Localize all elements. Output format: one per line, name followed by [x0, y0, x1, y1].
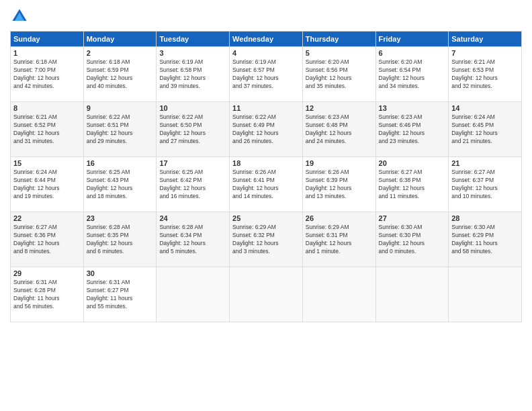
day-number: 17 — [159, 159, 226, 167]
cell-text: Sunrise: 6:29 AM — [232, 224, 300, 232]
calendar-cell: 5Sunrise: 6:20 AMSunset: 6:56 PMDaylight… — [302, 47, 375, 102]
cell-text: Sunset: 6:54 PM — [379, 66, 446, 75]
cell-text: and 40 minutes. — [87, 83, 154, 91]
calendar-cell — [230, 267, 303, 322]
cell-text: Daylight: 12 hours — [306, 240, 373, 248]
calendar-cell: 25Sunrise: 6:29 AMSunset: 6:32 PMDayligh… — [230, 212, 303, 267]
cell-text: Daylight: 12 hours — [13, 130, 81, 138]
calendar-cell: 12Sunrise: 6:23 AMSunset: 6:48 PMDayligh… — [302, 102, 375, 157]
calendar-cell: 7Sunrise: 6:21 AMSunset: 6:53 PMDaylight… — [449, 47, 522, 102]
calendar-cell — [375, 267, 449, 322]
day-number: 16 — [87, 159, 154, 167]
cell-text: Sunset: 6:43 PM — [87, 177, 154, 185]
calendar-cell — [449, 267, 522, 322]
calendar-cell: 14Sunrise: 6:24 AMSunset: 6:45 PMDayligh… — [449, 102, 522, 157]
cell-text: Sunset: 6:48 PM — [306, 122, 373, 130]
cell-text: and 18 minutes. — [87, 193, 154, 201]
cell-text: Daylight: 11 hours — [13, 295, 81, 303]
cell-text: Daylight: 12 hours — [379, 130, 446, 138]
calendar-cell: 20Sunrise: 6:27 AMSunset: 6:38 PMDayligh… — [375, 157, 449, 212]
cell-text: Sunset: 6:32 PM — [232, 232, 300, 240]
cell-text: Sunset: 6:29 PM — [451, 232, 519, 240]
cell-text: Sunset: 6:44 PM — [13, 177, 81, 185]
cell-text: Sunset: 6:46 PM — [379, 122, 446, 130]
header — [10, 7, 522, 26]
cell-text: Sunrise: 6:23 AM — [306, 113, 373, 122]
cell-text: Sunrise: 6:20 AM — [306, 58, 373, 66]
day-number: 27 — [379, 214, 446, 222]
cell-text: and 11 minutes. — [379, 193, 446, 201]
cell-text: Sunset: 6:30 PM — [379, 232, 446, 240]
cell-text: and 55 minutes. — [87, 303, 154, 311]
cell-text: and 5 minutes. — [159, 248, 226, 256]
cell-text: Sunrise: 6:21 AM — [13, 113, 81, 122]
calendar-cell: 29Sunrise: 6:31 AMSunset: 6:28 PMDayligh… — [11, 267, 84, 322]
cell-text: Daylight: 12 hours — [379, 75, 446, 83]
cell-text: Sunset: 6:58 PM — [159, 66, 226, 75]
cell-text: Sunset: 6:50 PM — [159, 122, 226, 130]
col-friday: Friday — [375, 32, 449, 47]
cell-text: and 23 minutes. — [379, 138, 446, 146]
cell-text: and 1 minute. — [306, 248, 373, 256]
day-number: 7 — [451, 49, 519, 57]
cell-text: Sunrise: 6:24 AM — [451, 113, 519, 122]
calendar-cell: 8Sunrise: 6:21 AMSunset: 6:52 PMDaylight… — [11, 102, 84, 157]
day-number: 10 — [159, 104, 226, 112]
col-saturday: Saturday — [449, 32, 522, 47]
calendar-cell: 4Sunrise: 6:19 AMSunset: 6:57 PMDaylight… — [230, 47, 303, 102]
cell-text: Sunset: 6:53 PM — [451, 66, 519, 75]
cell-text: Sunset: 6:42 PM — [159, 177, 226, 185]
cell-text: and 21 minutes. — [451, 138, 519, 146]
cell-text: Sunset: 6:36 PM — [13, 232, 81, 240]
calendar-cell: 30Sunrise: 6:31 AMSunset: 6:27 PMDayligh… — [83, 267, 157, 322]
cell-text: and 34 minutes. — [379, 83, 446, 91]
calendar-cell: 10Sunrise: 6:22 AMSunset: 6:50 PMDayligh… — [157, 102, 230, 157]
cell-text: and 19 minutes. — [13, 193, 81, 201]
cell-text: and 13 minutes. — [306, 193, 373, 201]
cell-text: Daylight: 12 hours — [87, 240, 154, 248]
cell-text: and 3 minutes. — [232, 248, 300, 256]
cell-text: Daylight: 12 hours — [87, 130, 154, 138]
day-number: 28 — [451, 214, 519, 222]
cell-text: Sunset: 6:41 PM — [232, 177, 300, 185]
cell-text: Sunset: 6:38 PM — [379, 177, 446, 185]
cell-text: Daylight: 12 hours — [87, 185, 154, 193]
calendar-cell — [157, 267, 230, 322]
cell-text: Daylight: 12 hours — [306, 185, 373, 193]
calendar-cell: 19Sunrise: 6:26 AMSunset: 6:39 PMDayligh… — [302, 157, 375, 212]
calendar-cell: 9Sunrise: 6:22 AMSunset: 6:51 PMDaylight… — [83, 102, 157, 157]
cell-text: Sunrise: 6:22 AM — [159, 113, 226, 122]
cell-text: Sunset: 6:31 PM — [306, 232, 373, 240]
day-number: 8 — [13, 104, 81, 112]
day-number: 24 — [159, 214, 226, 222]
cell-text: and 14 minutes. — [232, 193, 300, 201]
cell-text: Daylight: 12 hours — [379, 240, 446, 248]
day-number: 20 — [379, 159, 446, 167]
calendar-cell: 1Sunrise: 6:18 AMSunset: 7:00 PMDaylight… — [11, 47, 84, 102]
day-number: 6 — [379, 49, 446, 57]
calendar-cell — [302, 267, 375, 322]
calendar-cell: 2Sunrise: 6:18 AMSunset: 6:59 PMDaylight… — [83, 47, 157, 102]
day-number: 25 — [232, 214, 300, 222]
cell-text: Daylight: 12 hours — [159, 75, 226, 83]
cell-text: Daylight: 12 hours — [159, 240, 226, 248]
cell-text: Sunset: 6:27 PM — [87, 287, 154, 295]
cell-text: Sunset: 6:52 PM — [13, 122, 81, 130]
cell-text: Sunset: 6:28 PM — [13, 287, 81, 295]
col-sunday: Sunday — [11, 32, 84, 47]
cell-text: Sunrise: 6:28 AM — [87, 224, 154, 232]
cell-text: Daylight: 12 hours — [379, 185, 446, 193]
cell-text: and 6 minutes. — [87, 248, 154, 256]
cell-text: Sunset: 6:51 PM — [87, 122, 154, 130]
calendar-cell: 27Sunrise: 6:30 AMSunset: 6:30 PMDayligh… — [375, 212, 449, 267]
cell-text: Daylight: 12 hours — [451, 75, 519, 83]
day-number: 12 — [306, 104, 373, 112]
week-row-2: 8Sunrise: 6:21 AMSunset: 6:52 PMDaylight… — [11, 102, 522, 157]
calendar-cell: 3Sunrise: 6:19 AMSunset: 6:58 PMDaylight… — [157, 47, 230, 102]
day-number: 14 — [451, 104, 519, 112]
calendar-cell: 21Sunrise: 6:27 AMSunset: 6:37 PMDayligh… — [449, 157, 522, 212]
col-monday: Monday — [83, 32, 157, 47]
cell-text: Daylight: 11 hours — [451, 240, 519, 248]
cell-text: Sunrise: 6:30 AM — [379, 224, 446, 232]
cell-text: and 58 minutes. — [451, 248, 519, 256]
